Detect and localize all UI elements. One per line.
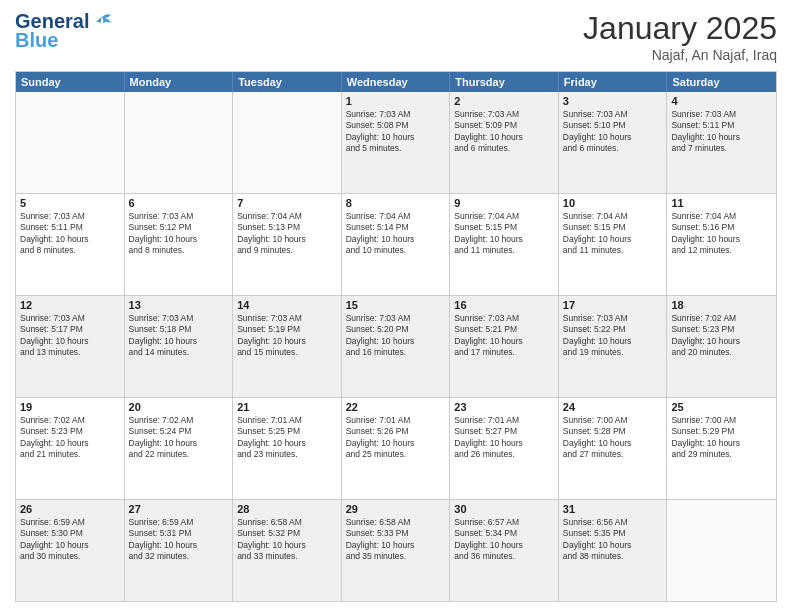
- header-day: Thursday: [450, 72, 559, 92]
- cell-info: Sunrise: 7:03 AMSunset: 5:19 PMDaylight:…: [237, 313, 337, 359]
- calendar-cell: 19Sunrise: 7:02 AMSunset: 5:23 PMDayligh…: [16, 398, 125, 499]
- calendar-cell: 22Sunrise: 7:01 AMSunset: 5:26 PMDayligh…: [342, 398, 451, 499]
- cell-info: Sunrise: 7:01 AMSunset: 5:27 PMDaylight:…: [454, 415, 554, 461]
- day-number: 22: [346, 401, 446, 413]
- day-number: 18: [671, 299, 772, 311]
- cell-info: Sunrise: 6:59 AMSunset: 5:31 PMDaylight:…: [129, 517, 229, 563]
- day-number: 29: [346, 503, 446, 515]
- calendar-cell: 8Sunrise: 7:04 AMSunset: 5:14 PMDaylight…: [342, 194, 451, 295]
- cell-info: Sunrise: 7:03 AMSunset: 5:11 PMDaylight:…: [671, 109, 772, 155]
- location: Najaf, An Najaf, Iraq: [583, 47, 777, 63]
- calendar-cell: 29Sunrise: 6:58 AMSunset: 5:33 PMDayligh…: [342, 500, 451, 601]
- day-number: 16: [454, 299, 554, 311]
- logo: General Blue: [15, 10, 113, 52]
- cell-info: Sunrise: 7:04 AMSunset: 5:15 PMDaylight:…: [563, 211, 663, 257]
- day-number: 13: [129, 299, 229, 311]
- calendar-cell: 20Sunrise: 7:02 AMSunset: 5:24 PMDayligh…: [125, 398, 234, 499]
- calendar-cell: 18Sunrise: 7:02 AMSunset: 5:23 PMDayligh…: [667, 296, 776, 397]
- cell-info: Sunrise: 7:00 AMSunset: 5:29 PMDaylight:…: [671, 415, 772, 461]
- calendar-cell: 16Sunrise: 7:03 AMSunset: 5:21 PMDayligh…: [450, 296, 559, 397]
- cell-info: Sunrise: 7:03 AMSunset: 5:20 PMDaylight:…: [346, 313, 446, 359]
- day-number: 5: [20, 197, 120, 209]
- calendar-cell: [233, 92, 342, 193]
- cell-info: Sunrise: 6:57 AMSunset: 5:34 PMDaylight:…: [454, 517, 554, 563]
- cell-info: Sunrise: 7:03 AMSunset: 5:11 PMDaylight:…: [20, 211, 120, 257]
- calendar-week-row: 19Sunrise: 7:02 AMSunset: 5:23 PMDayligh…: [16, 398, 776, 500]
- day-number: 4: [671, 95, 772, 107]
- calendar-week-row: 5Sunrise: 7:03 AMSunset: 5:11 PMDaylight…: [16, 194, 776, 296]
- calendar-cell: 3Sunrise: 7:03 AMSunset: 5:10 PMDaylight…: [559, 92, 668, 193]
- calendar-cell: 1Sunrise: 7:03 AMSunset: 5:08 PMDaylight…: [342, 92, 451, 193]
- header-day: Wednesday: [342, 72, 451, 92]
- calendar-cell: 9Sunrise: 7:04 AMSunset: 5:15 PMDaylight…: [450, 194, 559, 295]
- cell-info: Sunrise: 7:04 AMSunset: 5:13 PMDaylight:…: [237, 211, 337, 257]
- cell-info: Sunrise: 7:02 AMSunset: 5:23 PMDaylight:…: [671, 313, 772, 359]
- calendar-body: 1Sunrise: 7:03 AMSunset: 5:08 PMDaylight…: [16, 92, 776, 601]
- title-block: January 2025 Najaf, An Najaf, Iraq: [583, 10, 777, 63]
- calendar-cell: 15Sunrise: 7:03 AMSunset: 5:20 PMDayligh…: [342, 296, 451, 397]
- calendar-cell: 21Sunrise: 7:01 AMSunset: 5:25 PMDayligh…: [233, 398, 342, 499]
- cell-info: Sunrise: 7:04 AMSunset: 5:16 PMDaylight:…: [671, 211, 772, 257]
- day-number: 9: [454, 197, 554, 209]
- calendar-cell: 13Sunrise: 7:03 AMSunset: 5:18 PMDayligh…: [125, 296, 234, 397]
- day-number: 25: [671, 401, 772, 413]
- calendar-cell: 30Sunrise: 6:57 AMSunset: 5:34 PMDayligh…: [450, 500, 559, 601]
- calendar-cell: 24Sunrise: 7:00 AMSunset: 5:28 PMDayligh…: [559, 398, 668, 499]
- header-day: Saturday: [667, 72, 776, 92]
- cell-info: Sunrise: 7:03 AMSunset: 5:22 PMDaylight:…: [563, 313, 663, 359]
- calendar-cell: 10Sunrise: 7:04 AMSunset: 5:15 PMDayligh…: [559, 194, 668, 295]
- day-number: 15: [346, 299, 446, 311]
- calendar-cell: 23Sunrise: 7:01 AMSunset: 5:27 PMDayligh…: [450, 398, 559, 499]
- day-number: 30: [454, 503, 554, 515]
- day-number: 19: [20, 401, 120, 413]
- calendar-cell: 26Sunrise: 6:59 AMSunset: 5:30 PMDayligh…: [16, 500, 125, 601]
- calendar-week-row: 26Sunrise: 6:59 AMSunset: 5:30 PMDayligh…: [16, 500, 776, 601]
- calendar-cell: 25Sunrise: 7:00 AMSunset: 5:29 PMDayligh…: [667, 398, 776, 499]
- cell-info: Sunrise: 7:04 AMSunset: 5:14 PMDaylight:…: [346, 211, 446, 257]
- cell-info: Sunrise: 7:03 AMSunset: 5:21 PMDaylight:…: [454, 313, 554, 359]
- logo-blue: Blue: [15, 29, 58, 52]
- logo-bird-icon: [91, 11, 113, 33]
- cell-info: Sunrise: 7:02 AMSunset: 5:24 PMDaylight:…: [129, 415, 229, 461]
- calendar-cell: 11Sunrise: 7:04 AMSunset: 5:16 PMDayligh…: [667, 194, 776, 295]
- cell-info: Sunrise: 6:58 AMSunset: 5:33 PMDaylight:…: [346, 517, 446, 563]
- calendar-cell: 14Sunrise: 7:03 AMSunset: 5:19 PMDayligh…: [233, 296, 342, 397]
- day-number: 12: [20, 299, 120, 311]
- calendar-cell: 2Sunrise: 7:03 AMSunset: 5:09 PMDaylight…: [450, 92, 559, 193]
- day-number: 28: [237, 503, 337, 515]
- calendar-cell: 7Sunrise: 7:04 AMSunset: 5:13 PMDaylight…: [233, 194, 342, 295]
- cell-info: Sunrise: 6:56 AMSunset: 5:35 PMDaylight:…: [563, 517, 663, 563]
- day-number: 8: [346, 197, 446, 209]
- calendar-cell: [125, 92, 234, 193]
- day-number: 20: [129, 401, 229, 413]
- calendar-cell: 12Sunrise: 7:03 AMSunset: 5:17 PMDayligh…: [16, 296, 125, 397]
- calendar-week-row: 12Sunrise: 7:03 AMSunset: 5:17 PMDayligh…: [16, 296, 776, 398]
- cell-info: Sunrise: 7:00 AMSunset: 5:28 PMDaylight:…: [563, 415, 663, 461]
- cell-info: Sunrise: 7:02 AMSunset: 5:23 PMDaylight:…: [20, 415, 120, 461]
- cell-info: Sunrise: 7:03 AMSunset: 5:09 PMDaylight:…: [454, 109, 554, 155]
- day-number: 27: [129, 503, 229, 515]
- cell-info: Sunrise: 7:04 AMSunset: 5:15 PMDaylight:…: [454, 211, 554, 257]
- day-number: 2: [454, 95, 554, 107]
- cell-info: Sunrise: 7:03 AMSunset: 5:12 PMDaylight:…: [129, 211, 229, 257]
- calendar-header: SundayMondayTuesdayWednesdayThursdayFrid…: [16, 72, 776, 92]
- calendar-cell: 4Sunrise: 7:03 AMSunset: 5:11 PMDaylight…: [667, 92, 776, 193]
- day-number: 31: [563, 503, 663, 515]
- calendar-cell: 28Sunrise: 6:58 AMSunset: 5:32 PMDayligh…: [233, 500, 342, 601]
- calendar-week-row: 1Sunrise: 7:03 AMSunset: 5:08 PMDaylight…: [16, 92, 776, 194]
- header-day: Friday: [559, 72, 668, 92]
- day-number: 7: [237, 197, 337, 209]
- header-day: Tuesday: [233, 72, 342, 92]
- day-number: 23: [454, 401, 554, 413]
- page: General Blue January 2025 Najaf, An Naja…: [0, 0, 792, 612]
- day-number: 24: [563, 401, 663, 413]
- day-number: 11: [671, 197, 772, 209]
- day-number: 21: [237, 401, 337, 413]
- cell-info: Sunrise: 7:03 AMSunset: 5:18 PMDaylight:…: [129, 313, 229, 359]
- day-number: 3: [563, 95, 663, 107]
- day-number: 26: [20, 503, 120, 515]
- calendar-cell: 5Sunrise: 7:03 AMSunset: 5:11 PMDaylight…: [16, 194, 125, 295]
- cell-info: Sunrise: 6:59 AMSunset: 5:30 PMDaylight:…: [20, 517, 120, 563]
- day-number: 14: [237, 299, 337, 311]
- calendar-cell: [16, 92, 125, 193]
